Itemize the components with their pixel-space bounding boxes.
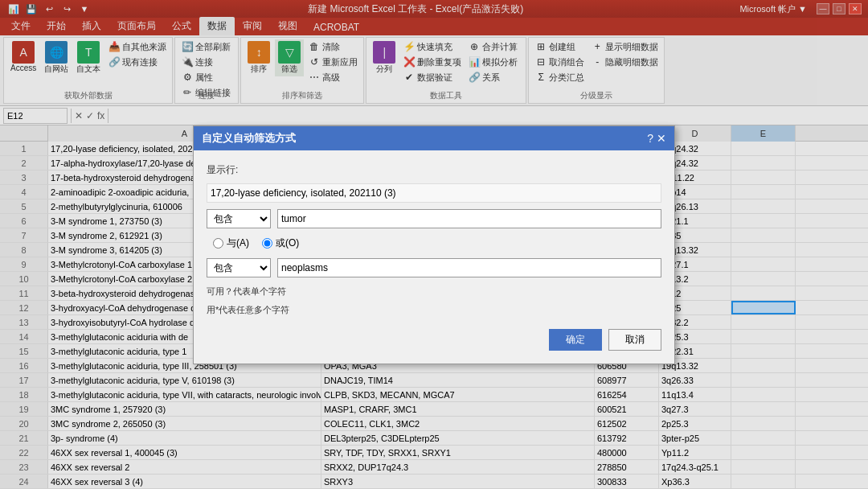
filter-row-1: 包含 <box>207 209 661 228</box>
custom-filter-modal: 自定义自动筛选方式 ? ✕ 显示行: 17,20-lyase deficienc… <box>193 125 675 364</box>
filter2-operator[interactable]: 包含 <box>207 258 271 277</box>
filter-row-2: 包含 <box>207 258 661 277</box>
filter1-operator[interactable]: 包含 <box>207 209 271 228</box>
logic-radio-row: 与(A) 或(O) <box>207 236 661 250</box>
modal-buttons: 确定 取消 <box>207 329 661 351</box>
modal-cancel-btn[interactable]: 取消 <box>608 329 661 351</box>
modal-title-controls: ? ✕ <box>647 132 666 145</box>
help-text1: 可用？代表单个字符 <box>207 286 661 298</box>
modal-overlay: 自定义自动筛选方式 ? ✕ 显示行: 17,20-lyase deficienc… <box>0 0 868 489</box>
modal-title-bar: 自定义自动筛选方式 ? ✕ <box>194 126 674 150</box>
modal-help-btn[interactable]: ? <box>647 132 653 145</box>
radio-or[interactable] <box>262 238 272 249</box>
modal-ok-btn[interactable]: 确定 <box>549 329 602 351</box>
logic-and[interactable]: 与(A) <box>213 236 249 250</box>
modal-body: 显示行: 17,20-lyase deficiency, isolated, 2… <box>194 150 674 364</box>
modal-title: 自定义自动筛选方式 <box>202 131 296 146</box>
help-text2: 用*代表任意多个字符 <box>207 304 661 316</box>
radio-and[interactable] <box>213 238 223 249</box>
filter2-value[interactable] <box>277 258 661 277</box>
show-label: 显示行: <box>207 163 661 177</box>
logic-or[interactable]: 或(O) <box>262 236 299 250</box>
filter1-value[interactable] <box>277 209 661 228</box>
filter-row-label: 17,20-lyase deficiency, isolated, 202110… <box>207 183 661 203</box>
modal-close-btn[interactable]: ✕ <box>657 132 666 145</box>
